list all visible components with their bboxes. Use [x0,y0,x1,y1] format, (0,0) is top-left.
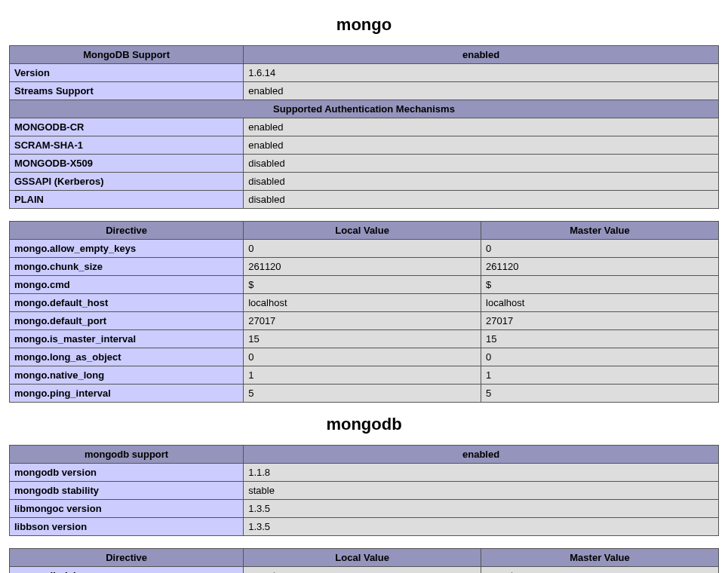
cell-master: $ [481,276,719,294]
table-row: mongo.chunk_size 261120 261120 [10,258,719,276]
table-row: MONGODB-CR enabled [10,118,719,136]
table-row: mongodb version 1.1.8 [10,464,719,482]
table-row: mongo.default_port 27017 27017 [10,312,719,330]
cell-local: 1 [244,366,481,385]
cell-key: mongo.long_as_object [10,348,244,366]
table-row: PLAIN disabled [10,191,719,209]
th-mongodb-support: MongoDB Support [10,46,244,64]
cell-local: 0 [244,240,481,258]
cell-key: mongo.cmd [10,276,244,294]
cell-master: 15 [481,330,719,348]
table-row: mongo.allow_empty_keys 0 0 [10,240,719,258]
th-directive: Directive [10,549,244,567]
cell-local: 261120 [244,258,481,276]
cell-key: mongodb.debug [10,567,244,574]
cell-key: MONGODB-X509 [10,155,244,173]
th-directive: Directive [10,222,244,240]
cell-local: 27017 [244,312,481,330]
cell-val: disabled [244,191,719,209]
cell-key: mongo.default_host [10,294,244,312]
cell-val: 1.3.5 [244,518,719,536]
cell-key: PLAIN [10,191,244,209]
table-row: mongo.default_host localhost localhost [10,294,719,312]
th-local-value: Local Value [244,549,481,567]
th-mongodb-support: mongodb support [10,446,244,464]
th-master-value: Master Value [481,222,719,240]
cell-key: mongo.ping_interval [10,385,244,403]
table-row: Version 1.6.14 [10,64,719,82]
th-auth-mechanisms: Supported Authentication Mechanisms [10,100,719,118]
cell-key: Streams Support [10,82,244,100]
cell-key: Version [10,64,244,82]
table-row: mongo.long_as_object 0 0 [10,348,719,366]
cell-key: libbson version [10,518,244,536]
th-master-value: Master Value [481,549,719,567]
cell-local: 0 [244,348,481,366]
table-row: GSSAPI (Kerberos) disabled [10,173,719,191]
section-heading-mongodb: mongodb [9,415,719,434]
cell-val: disabled [244,155,719,173]
mongo-directive-table: Directive Local Value Master Value mongo… [9,221,719,403]
cell-val: 1.6.14 [244,64,719,82]
cell-val: enabled [244,118,719,136]
th-mongodb-enabled: enabled [244,46,719,64]
section-heading-mongo: mongo [9,15,719,35]
cell-key: mongo.chunk_size [10,258,244,276]
cell-master: 1 [481,366,719,385]
table-row: mongo.cmd $ $ [10,276,719,294]
table-row: Streams Support enabled [10,82,719,100]
cell-val: 1.1.8 [244,464,719,482]
cell-master: 0 [481,240,719,258]
cell-key: mongodb stability [10,482,244,500]
cell-key: libmongoc version [10,500,244,518]
table-row: mongodb stability stable [10,482,719,500]
cell-key: mongodb version [10,464,244,482]
th-local-value: Local Value [244,222,481,240]
cell-local: 15 [244,330,481,348]
th-mongodb-enabled: enabled [244,446,719,464]
cell-val: stable [244,482,719,500]
cell-key: mongo.native_long [10,366,244,385]
cell-master: 0 [481,348,719,366]
mongodb-directive-table: Directive Local Value Master Value mongo… [9,548,719,573]
table-row: mongo.ping_interval 5 5 [10,385,719,403]
cell-master: 261120 [481,258,719,276]
cell-local: $ [244,276,481,294]
cell-val: 1.3.5 [244,500,719,518]
cell-val: enabled [244,82,719,100]
cell-local: 5 [244,385,481,403]
table-row: libbson version 1.3.5 [10,518,719,536]
table-row: mongodb.debug no value no value [10,567,719,574]
cell-key: mongo.is_master_interval [10,330,244,348]
cell-val: disabled [244,173,719,191]
table-row: libmongoc version 1.3.5 [10,500,719,518]
cell-val: enabled [244,136,719,155]
cell-local: localhost [244,294,481,312]
cell-key: SCRAM-SHA-1 [10,136,244,155]
cell-master: 5 [481,385,719,403]
cell-key: MONGODB-CR [10,118,244,136]
mongo-support-table: MongoDB Support enabled Version 1.6.14 S… [9,45,719,209]
table-row: mongo.native_long 1 1 [10,366,719,385]
cell-master: 27017 [481,312,719,330]
cell-master: no value [481,567,719,574]
table-row: SCRAM-SHA-1 enabled [10,136,719,155]
cell-key: GSSAPI (Kerberos) [10,173,244,191]
table-row: mongo.is_master_interval 15 15 [10,330,719,348]
cell-key: mongo.default_port [10,312,244,330]
mongodb-support-table: mongodb support enabled mongodb version … [9,445,719,536]
cell-local: no value [244,567,481,574]
cell-master: localhost [481,294,719,312]
cell-key: mongo.allow_empty_keys [10,240,244,258]
table-row: MONGODB-X509 disabled [10,155,719,173]
